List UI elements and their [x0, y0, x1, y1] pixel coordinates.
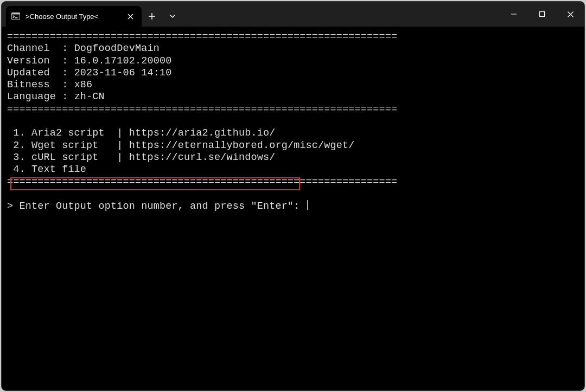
option-name: Aria2 script	[31, 127, 111, 139]
info-language-label: Language :	[7, 91, 68, 102]
window-controls	[500, 2, 584, 27]
info-language-value: zh-CN	[74, 91, 105, 102]
separator-line: ========================================…	[7, 104, 397, 115]
option-name: Wget script	[31, 140, 111, 151]
text-cursor	[307, 200, 308, 210]
option-name: cURL script	[31, 152, 111, 163]
tab-title: >Choose Output Type<	[26, 12, 119, 21]
info-updated-value: 2023-11-06 14:10	[74, 67, 172, 79]
tab-dropdown-button[interactable]	[162, 6, 183, 27]
tab-close-button[interactable]	[124, 10, 136, 22]
svg-rect-1	[12, 13, 20, 15]
tab-active[interactable]: >Choose Output Type<	[6, 6, 142, 27]
info-bitness-label: Bitness :	[7, 79, 68, 91]
info-version-value: 16.0.17102.20000	[74, 55, 172, 67]
terminal-icon	[11, 12, 20, 21]
separator-line: ========================================…	[7, 176, 397, 188]
close-window-button[interactable]	[556, 2, 584, 27]
terminal-output[interactable]: ========================================…	[2, 27, 584, 390]
app-window: >Choose Output Type<	[2, 2, 584, 390]
prompt-text: > Enter Output option number, and press …	[7, 201, 306, 212]
info-channel-label: Channel :	[7, 43, 68, 54]
option-num: 4.	[7, 164, 26, 175]
info-bitness-value: x86	[74, 79, 93, 91]
info-updated-label: Updated :	[7, 67, 68, 79]
option-name: Text file	[31, 164, 86, 175]
info-version-label: Version :	[7, 55, 68, 67]
option-num: 1.	[7, 127, 26, 139]
info-channel-value: DogfoodDevMain	[74, 43, 160, 54]
svg-rect-8	[540, 12, 545, 17]
separator-line: ========================================…	[7, 31, 397, 42]
minimize-button[interactable]	[500, 2, 528, 27]
titlebar: >Choose Output Type<	[2, 2, 584, 27]
option-url: https://aria2.github.io/	[129, 127, 276, 139]
option-url: https://curl.se/windows/	[129, 152, 276, 163]
tabbar-actions	[142, 6, 183, 27]
option-num: 2.	[7, 140, 26, 151]
new-tab-button[interactable]	[142, 6, 162, 27]
option-num: 3.	[7, 152, 26, 163]
maximize-button[interactable]	[528, 2, 556, 27]
option-url: https://eternallybored.org/misc/wget/	[129, 140, 355, 151]
